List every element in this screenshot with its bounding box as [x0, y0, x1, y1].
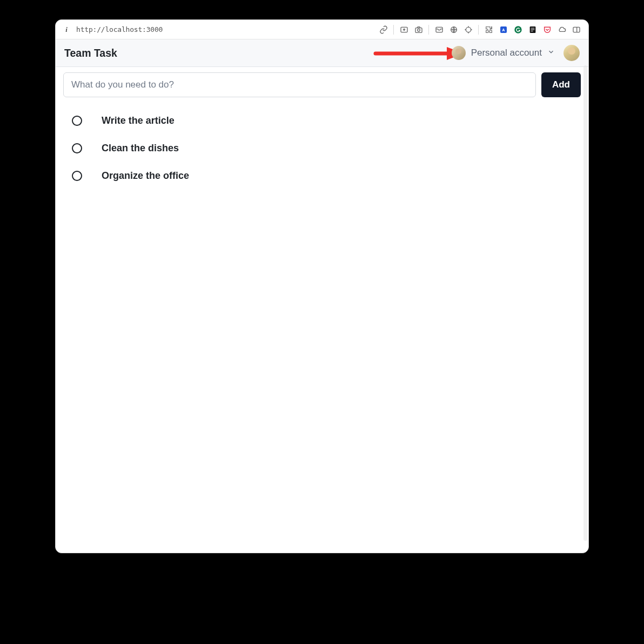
new-task-row: Add: [63, 72, 581, 97]
pocket-icon[interactable]: [542, 25, 552, 34]
task-item: Organize the office: [70, 162, 574, 190]
app-header: Team Task Personal account: [56, 39, 588, 67]
crosshair-icon[interactable]: [464, 25, 473, 34]
account-switcher[interactable]: Personal account: [452, 46, 555, 60]
url-text[interactable]: http://localhost:3000: [76, 25, 163, 33]
account-avatar: [452, 46, 466, 60]
toolbar-separator: [428, 25, 429, 35]
svg-text:A: A: [502, 27, 505, 32]
svg-rect-10: [531, 28, 534, 28]
inbox-icon[interactable]: [434, 25, 444, 34]
download-tray-icon[interactable]: [399, 25, 408, 34]
user-avatar[interactable]: [564, 45, 580, 61]
svg-point-5: [466, 27, 471, 32]
main-content: Add Write the article Clean the dishes O…: [56, 67, 588, 553]
browser-window: i http://localhost:3000: [55, 19, 589, 553]
task-item: Write the article: [70, 107, 574, 135]
task-label: Organize the office: [102, 170, 189, 182]
camera-icon[interactable]: [414, 25, 423, 34]
task-checkbox[interactable]: [72, 171, 82, 181]
site-info-icon[interactable]: i: [63, 25, 70, 34]
sidebar-panel-icon[interactable]: [572, 25, 581, 34]
task-label: Write the article: [102, 115, 175, 126]
grammarly-icon[interactable]: [513, 25, 522, 34]
app-title: Team Task: [64, 47, 117, 59]
toolbar-separator: [393, 25, 394, 35]
task-checkbox[interactable]: [72, 143, 82, 153]
svg-rect-12: [531, 31, 533, 31]
globe-icon[interactable]: [449, 25, 458, 34]
puzzle-icon[interactable]: [484, 25, 493, 34]
task-list: Write the article Clean the dishes Organ…: [63, 107, 581, 190]
chevron-down-icon: [547, 48, 555, 58]
svg-rect-11: [531, 29, 534, 30]
svg-point-8: [514, 26, 521, 33]
svg-point-2: [417, 29, 420, 31]
new-task-input[interactable]: [63, 72, 536, 97]
browser-url-bar: i http://localhost:3000: [56, 20, 588, 39]
task-item: Clean the dishes: [70, 135, 574, 162]
notes-icon[interactable]: [528, 25, 537, 34]
task-label: Clean the dishes: [102, 143, 179, 154]
toolbar-separator: [478, 25, 479, 35]
cloud-icon[interactable]: [557, 25, 566, 34]
account-label: Personal account: [471, 48, 542, 58]
link-icon[interactable]: [379, 25, 388, 34]
add-task-button[interactable]: Add: [541, 72, 581, 97]
task-checkbox[interactable]: [72, 116, 82, 126]
translate-icon[interactable]: A: [499, 25, 508, 34]
scrollbar-track[interactable]: [583, 65, 587, 541]
